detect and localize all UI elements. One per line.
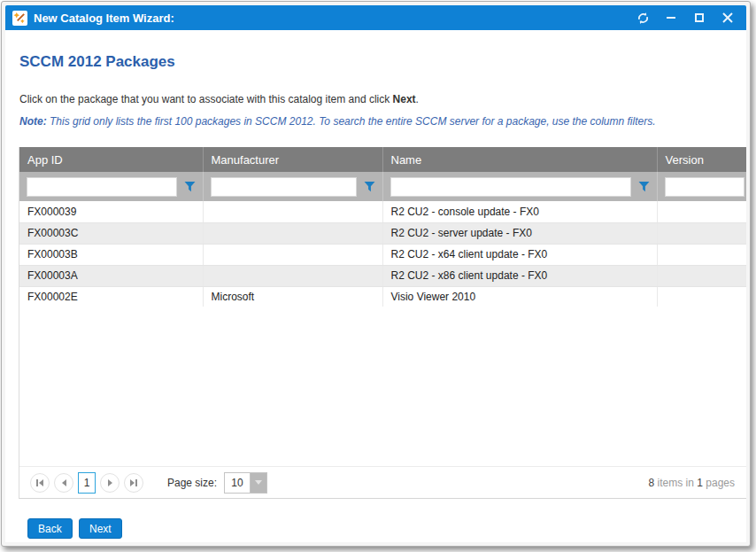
instruction-text: Click on the package that you want to as… xyxy=(19,93,419,105)
table-cell: R2 CU2 - server update - FX0 xyxy=(382,222,657,244)
dropdown-arrow-icon[interactable] xyxy=(250,473,266,493)
packages-grid: App ID Manufacturer Name Version xyxy=(19,147,746,499)
grid-clip-area: App ID Manufacturer Name Version xyxy=(19,147,746,307)
table-cell: Microsoft xyxy=(203,286,382,307)
table-cell xyxy=(203,201,382,222)
package-table-body: FX000039R2 CU2 - console update - FX0FX0… xyxy=(19,201,746,307)
table-row[interactable]: FX00003AR2 CU2 - x86 client update - FX0 xyxy=(19,265,746,286)
page-size-label: Page size: xyxy=(167,477,217,489)
packages-table: App ID Manufacturer Name Version xyxy=(19,147,746,307)
table-cell: FX000039 xyxy=(19,201,203,222)
table-cell xyxy=(657,286,746,307)
column-header-app-id[interactable]: App ID xyxy=(19,147,203,172)
note-body: This grid only lists the first 100 packa… xyxy=(47,115,656,128)
page-title: SCCM 2012 Packages xyxy=(19,53,175,71)
table-cell: R2 CU2 - console update - FX0 xyxy=(382,201,657,222)
instruction-next-keyword: Next xyxy=(393,93,416,105)
filter-icon[interactable] xyxy=(638,181,650,192)
table-cell xyxy=(203,222,382,244)
instruction-prefix: Click on the package that you want to as… xyxy=(19,93,393,105)
wizard-window: New Catalog Item Wizard: SCCM 2012 Packa… xyxy=(1,1,751,547)
pager-bar: 1 Page size: 10 8 items in 1 pages xyxy=(19,466,746,498)
table-cell xyxy=(203,265,382,286)
table-cell xyxy=(657,244,746,265)
maximize-icon[interactable] xyxy=(688,8,711,27)
table-cell: R2 CU2 - x64 client update - FX0 xyxy=(382,244,657,265)
refresh-icon[interactable] xyxy=(631,8,654,27)
table-row[interactable]: FX00002EMicrosoftVisio Viewer 2010 xyxy=(19,286,746,307)
table-cell: FX00003A xyxy=(19,265,203,286)
table-cell: FX00003B xyxy=(19,244,203,265)
table-cell: R2 CU2 - x86 client update - FX0 xyxy=(382,265,657,286)
table-row[interactable]: FX00003CR2 CU2 - server update - FX0 xyxy=(19,222,746,244)
grid-filter-row xyxy=(19,172,746,201)
minimize-icon[interactable] xyxy=(660,8,683,27)
note-text: Note: This grid only lists the first 100… xyxy=(19,115,656,128)
title-bar: New Catalog Item Wizard: xyxy=(5,5,746,30)
grid-empty-area xyxy=(19,307,746,466)
table-cell: Visio Viewer 2010 xyxy=(382,286,657,307)
page-size-dropdown[interactable]: 10 xyxy=(224,472,267,494)
table-row[interactable]: FX000039R2 CU2 - console update - FX0 xyxy=(19,201,746,222)
wizard-content: SCCM 2012 Packages Click on the package … xyxy=(5,30,746,542)
column-header-name[interactable]: Name xyxy=(382,147,657,172)
current-page-button[interactable]: 1 xyxy=(78,472,96,494)
filter-input-manufacturer[interactable] xyxy=(211,177,357,197)
table-cell xyxy=(657,265,746,286)
filter-icon[interactable] xyxy=(184,181,196,192)
pager-status: 8 items in 1 pages xyxy=(649,477,737,489)
prev-page-icon[interactable] xyxy=(54,473,73,493)
wizard-icon xyxy=(12,11,27,26)
note-label: Note: xyxy=(19,115,47,128)
first-page-icon[interactable] xyxy=(30,473,50,493)
table-cell: FX00002E xyxy=(19,286,203,307)
pages-label: pages xyxy=(703,477,735,489)
page-size-value: 10 xyxy=(225,473,250,493)
back-button[interactable]: Back xyxy=(27,518,73,539)
table-row[interactable]: FX00003BR2 CU2 - x64 client update - FX0 xyxy=(19,244,746,265)
column-header-manufacturer[interactable]: Manufacturer xyxy=(203,147,382,172)
table-cell xyxy=(657,222,746,244)
close-icon[interactable] xyxy=(716,8,739,27)
filter-input-name[interactable] xyxy=(390,177,631,197)
pages-count: 1 xyxy=(697,477,703,489)
filter-input-version[interactable] xyxy=(665,177,744,197)
filter-input-app-id[interactable] xyxy=(27,177,177,197)
grid-header-row: App ID Manufacturer Name Version xyxy=(19,147,746,172)
table-cell xyxy=(203,244,382,265)
column-header-version[interactable]: Version xyxy=(657,147,746,172)
instruction-suffix: . xyxy=(416,93,419,105)
table-cell: FX00003C xyxy=(19,222,203,244)
filter-icon[interactable] xyxy=(364,181,375,192)
table-cell xyxy=(657,201,746,222)
next-page-icon[interactable] xyxy=(100,473,120,493)
window-title: New Catalog Item Wizard: xyxy=(34,12,174,25)
last-page-icon[interactable] xyxy=(124,473,143,493)
items-label: items in xyxy=(654,477,697,489)
next-button[interactable]: Next xyxy=(79,518,122,539)
